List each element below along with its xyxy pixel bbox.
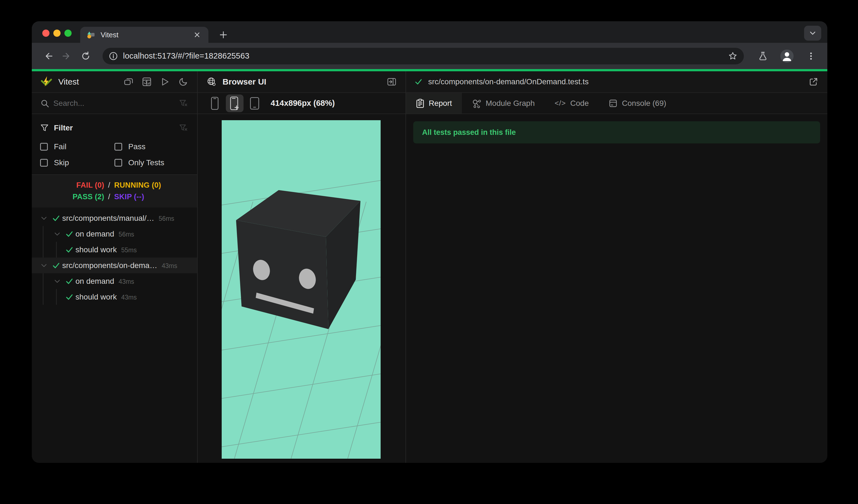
reload-button[interactable]	[78, 48, 94, 64]
test-duration: 43ms	[121, 293, 137, 301]
minimize-window-button[interactable]	[53, 30, 61, 37]
browser-window: Vitest localhost:5173/#/?file=1828625563	[32, 21, 827, 463]
tab-label: Report	[429, 99, 452, 108]
checkbox-label: Skip	[54, 158, 69, 167]
dock-panel-right-icon[interactable]	[386, 76, 397, 87]
test-label: should work	[76, 245, 117, 254]
results-panel: src/components/on-demand/OnDemand.test.t…	[406, 71, 827, 463]
url-text: localhost:5173/#/?file=1828625563	[123, 51, 723, 61]
sidebar-title: Vitest	[58, 77, 117, 86]
checkbox-label: Only Tests	[128, 158, 164, 167]
test-duration: 56ms	[159, 214, 174, 223]
maximize-window-button[interactable]	[64, 30, 72, 37]
all-tests-passed-banner: All tests passed in this file	[413, 121, 820, 143]
clear-filter-icon[interactable]	[178, 123, 189, 133]
test-label: src/components/on-dema…	[62, 261, 157, 270]
checkbox-icon[interactable]	[114, 159, 122, 167]
browser-preview-panel: Browser UI 414x896px (68%)	[197, 71, 406, 463]
test-duration: 55ms	[121, 245, 137, 254]
test-duration: 56ms	[118, 230, 134, 238]
tab-code[interactable]: </> Code	[544, 93, 599, 114]
chevron-down-icon[interactable]	[38, 216, 50, 220]
address-bar[interactable]: localhost:5173/#/?file=1828625563	[102, 48, 744, 64]
test-label: on demand	[76, 277, 114, 286]
fail-count: FAIL (0)	[32, 181, 104, 190]
test-file-path: src/components/on-demand/OnDemand.test.t…	[428, 77, 803, 86]
window-controls	[42, 30, 72, 37]
tab-report[interactable]: Report	[406, 93, 462, 114]
tab-close-icon[interactable]	[192, 30, 202, 39]
test-file-row[interactable]: src/components/manual/… 56ms	[32, 210, 197, 226]
run-all-icon[interactable]	[159, 76, 171, 87]
experiments-flask-icon[interactable]	[755, 48, 771, 64]
vitest-favicon	[87, 30, 96, 39]
chevron-down-icon[interactable]	[51, 279, 63, 283]
test-progress-bar	[32, 69, 827, 71]
checkbox-icon[interactable]	[114, 143, 122, 151]
separator: /	[104, 193, 114, 201]
chevron-down-icon[interactable]	[51, 232, 63, 236]
skip-count: SKIP (--)	[114, 193, 197, 201]
device-phone-small-button[interactable]	[206, 95, 224, 112]
browser-tab[interactable]: Vitest	[80, 27, 208, 43]
viewport-size-label: 414x896px (68%)	[271, 99, 335, 108]
back-button[interactable]	[40, 48, 56, 64]
profile-avatar[interactable]	[780, 49, 794, 63]
results-tabs: Report Module Graph </> Code Console	[406, 93, 827, 114]
clear-search-filter-icon[interactable]	[178, 98, 189, 109]
device-phone-plus-button[interactable]	[226, 95, 243, 112]
filter-title: Filter	[54, 124, 173, 132]
pass-check-icon	[63, 246, 76, 254]
test-duration: 43ms	[162, 261, 177, 270]
tab-strip: Vitest	[32, 21, 827, 43]
module-graph-icon	[472, 99, 481, 108]
menu-kebab-icon[interactable]	[803, 48, 819, 64]
tab-label: Code	[570, 99, 589, 108]
vitest-logo-icon	[40, 76, 53, 88]
new-tab-button[interactable]	[217, 28, 230, 42]
search-input[interactable]	[53, 99, 178, 108]
rendered-test-scene[interactable]	[222, 120, 381, 459]
filter-checkbox-fail[interactable]: Fail	[40, 142, 114, 151]
search-icon	[40, 98, 49, 109]
test-file-row-selected[interactable]: src/components/on-dema… 43ms	[32, 258, 197, 273]
funnel-icon	[40, 123, 49, 133]
checkbox-icon[interactable]	[40, 159, 48, 167]
filter-checkbox-skip[interactable]: Skip	[40, 158, 114, 167]
tab-title: Vitest	[101, 31, 187, 39]
dark-mode-moon-icon[interactable]	[178, 76, 189, 87]
device-tablet-button[interactable]	[246, 95, 264, 112]
tab-label: Console (69)	[622, 99, 666, 108]
forward-button[interactable]	[59, 48, 75, 64]
pass-check-icon	[50, 214, 62, 222]
pass-check-icon	[50, 262, 62, 270]
test-tree: src/components/manual/… 56ms on demand 5…	[32, 208, 197, 305]
pass-check-icon	[63, 230, 76, 238]
test-suite-row[interactable]: on demand 43ms	[32, 273, 197, 289]
chevron-down-icon[interactable]	[38, 264, 50, 267]
globe-icon	[206, 76, 217, 87]
open-external-icon[interactable]	[808, 76, 819, 87]
dashboard-icon[interactable]	[141, 76, 152, 87]
preview-canvas-area	[197, 114, 406, 463]
test-duration: 43ms	[118, 277, 134, 286]
tab-label: Module Graph	[486, 99, 535, 108]
tab-module-graph[interactable]: Module Graph	[462, 93, 544, 114]
test-suite-row[interactable]: on demand 56ms	[32, 226, 197, 242]
filter-checkbox-only-tests[interactable]: Only Tests	[114, 158, 189, 167]
pass-check-icon	[63, 293, 76, 301]
tab-search-button[interactable]	[804, 26, 821, 40]
close-window-button[interactable]	[42, 30, 49, 37]
checkbox-icon[interactable]	[40, 143, 48, 151]
bookmark-star-icon[interactable]	[728, 51, 738, 61]
sidebar: Vitest	[32, 71, 197, 463]
console-icon	[609, 99, 618, 108]
collapse-tests-icon[interactable]	[123, 76, 134, 87]
filter-checkbox-pass[interactable]: Pass	[114, 142, 189, 151]
tab-console[interactable]: Console (69)	[599, 93, 676, 114]
report-content: All tests passed in this file	[406, 114, 827, 463]
preview-title: Browser UI	[223, 77, 381, 86]
separator: /	[104, 181, 114, 190]
checkbox-label: Pass	[128, 142, 145, 151]
site-info-icon[interactable]	[109, 51, 118, 61]
